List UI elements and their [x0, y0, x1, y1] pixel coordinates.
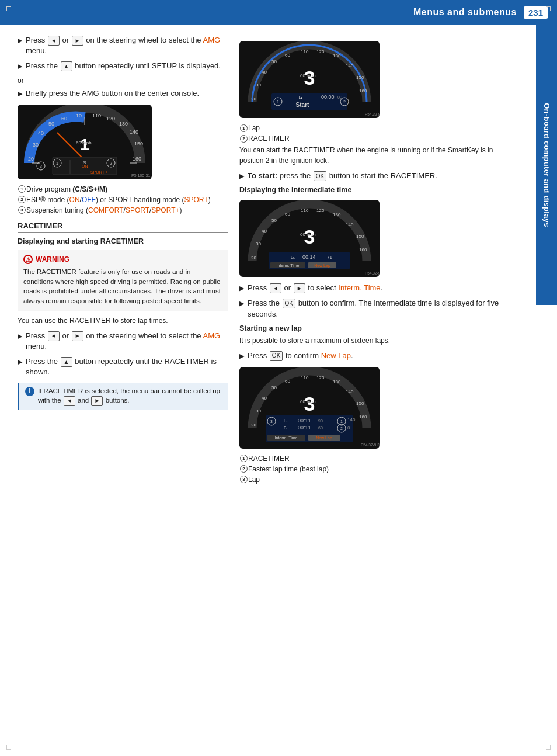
svg-text:40: 40 — [262, 228, 267, 234]
num-label-r2-2: 2 Fastest lap time (best lap) — [239, 465, 504, 473]
key-left-info: ◄ — [64, 396, 75, 406]
gauge-2: 20 30 40 50 60 110 120 130 140 150 160 3… — [239, 41, 380, 118]
svg-text:130: 130 — [119, 121, 128, 127]
svg-text:Start: Start — [296, 102, 309, 108]
bullet-arrow-4: ▶ — [18, 332, 22, 341]
svg-text:60: 60 — [61, 116, 67, 122]
subsection-heading-newlap: Starting a new lap — [239, 324, 504, 332]
warning-icon: ⚠ — [23, 255, 33, 264]
bullet-tostart-text: To start: press the OK button to start t… — [248, 171, 437, 181]
bullet-arrow-r1: ▶ — [239, 284, 244, 293]
or-line: or — [18, 77, 228, 85]
svg-text:30: 30 — [256, 82, 261, 88]
gauge-4-wrap: 20 30 40 50 60 110 120 130 140 150 160 3… — [239, 367, 504, 449]
key-right-r1: ► — [294, 283, 305, 293]
svg-text:50: 50 — [271, 385, 277, 390]
key-left-1: ◄ — [48, 36, 60, 46]
gauge-2-wrap: 20 30 40 50 60 110 120 130 140 150 160 3… — [239, 41, 504, 118]
bullet-item-1: ▶ Press ◄ or ► on the steering wheel to … — [18, 35, 228, 56]
bullet-text-r3: Press OK to confirm New Lap. — [248, 351, 353, 361]
svg-text:120: 120 — [106, 116, 115, 122]
key-ok-2: OK — [283, 299, 295, 308]
svg-text:SPORT +: SPORT + — [90, 170, 108, 174]
svg-text:120: 120 — [316, 49, 325, 54]
header-bar: Menus and submenus 231 — [0, 0, 557, 25]
svg-text:00:11: 00:11 — [298, 418, 311, 424]
svg-text:20: 20 — [251, 422, 256, 428]
num-label-r2-3: 3 Lap — [239, 476, 504, 484]
key-right-info: ► — [91, 396, 103, 406]
fn-ref-r2-1: 1 — [240, 455, 248, 462]
svg-text:60: 60 — [285, 53, 290, 58]
bullet-text-r1: Press ◄ or ► to select Interm. Time. — [248, 283, 382, 293]
svg-text:60 mph: 60 mph — [300, 232, 316, 237]
svg-text:20: 20 — [251, 255, 256, 261]
info-icon: i — [25, 387, 34, 396]
svg-text:3: 3 — [40, 164, 42, 168]
bullet-item-3: ▶ Briefly press the AMG button on the ce… — [18, 88, 228, 99]
bullet-arrow-1: ▶ — [18, 36, 22, 45]
num-circle-2: 2 — [18, 196, 26, 203]
subsection-heading-interm: Displaying the intermediate time — [239, 186, 504, 194]
svg-text:110: 110 — [92, 113, 101, 119]
svg-text:130: 130 — [333, 212, 341, 217]
svg-text:60: 60 — [318, 426, 323, 430]
svg-text:New Lap: New Lap — [316, 436, 332, 441]
num-label-r2-1: 1 RACETIMER — [239, 455, 504, 463]
corner-mark-bl — [6, 745, 11, 750]
key-left-r1: ◄ — [270, 283, 281, 293]
num-circle-1: 1 — [18, 185, 26, 193]
newlap-text: New Lap — [321, 351, 351, 360]
svg-rect-45 — [271, 93, 347, 110]
body-text-r2: It is possible to store a maximum of six… — [239, 335, 504, 346]
svg-text:20: 20 — [28, 156, 34, 162]
bullet-to-start: ▶ To start: press the OK button to start… — [239, 171, 504, 181]
svg-text:00:11: 00:11 — [298, 425, 311, 431]
key-ok-3: OK — [270, 351, 283, 361]
warning-text: The RACETIMER feature is only for use on… — [23, 268, 221, 304]
svg-text:60: 60 — [285, 379, 290, 384]
key-up-2: ▲ — [61, 357, 72, 367]
corner-mark-br — [546, 745, 551, 750]
bullet-arrow-tostart: ▶ — [239, 172, 244, 181]
svg-text:150: 150 — [134, 141, 143, 147]
num-label-r1-1: 1 Lap — [239, 124, 504, 132]
num-labels-right-1: 1 Lap 2 RACETIMER — [239, 124, 504, 143]
key-up-1: ▲ — [61, 61, 72, 71]
sidebar-label: On-board computer and displays — [536, 25, 557, 305]
num-label-2-text: ESP® mode (ON/OFF) or SPORT handling mod… — [26, 196, 211, 204]
bullet-item-4: ▶ Press ◄ or ► on the steering wheel to … — [18, 331, 228, 352]
svg-text:3: 3 — [270, 419, 273, 424]
amg-link-1: AMG — [203, 36, 221, 44]
main-content: ▶ Press ◄ or ► on the steering wheel to … — [0, 25, 557, 497]
key-right-1: ► — [72, 36, 83, 46]
svg-text:L₁: L₁ — [299, 95, 303, 99]
svg-text:60 mph: 60 mph — [76, 140, 92, 145]
svg-text:150: 150 — [356, 401, 364, 406]
num-label-3-text: Suspension tuning (COMFORT/SPORT/SPORT+) — [26, 206, 182, 214]
corner-mark-tr — [546, 6, 551, 11]
tostart-label: To start: — [248, 171, 277, 180]
sidebar-label-text: On-board computer and displays — [542, 103, 551, 227]
svg-text:160: 160 — [359, 414, 367, 419]
svg-text:Interm. Time: Interm. Time — [275, 436, 298, 440]
fn-ref-r2: 2 — [240, 135, 248, 143]
key-left-2: ◄ — [48, 331, 60, 341]
num-label-1: 1 Drive program (C/S/S+/M) — [18, 185, 228, 193]
key-ok-1: OK — [314, 171, 326, 181]
svg-text:90: 90 — [318, 419, 323, 423]
svg-text:140: 140 — [346, 389, 354, 394]
bullet-text-2: Press the ▲ button repeatedly until SETU… — [26, 61, 221, 71]
right-column: 20 30 40 50 60 110 120 130 140 150 160 3… — [239, 35, 528, 486]
bullet-text-5: Press the ▲ button repeatedly until the … — [26, 356, 228, 377]
svg-text:ON: ON — [82, 164, 88, 168]
gauge-1: 20 30 40 50 60 10 110 120 130 140 150 16… — [18, 105, 152, 179]
svg-text:40: 40 — [262, 70, 267, 75]
svg-text:140: 140 — [346, 63, 354, 68]
svg-text:00:00: 00:00 — [321, 94, 335, 100]
svg-text:0: 0 — [347, 425, 350, 431]
svg-text:10: 10 — [76, 113, 82, 119]
svg-text:L₂: L₂ — [284, 419, 288, 423]
svg-text:60 mph: 60 mph — [300, 399, 316, 404]
svg-text:P54.32-9 33-31: P54.32-9 33-31 — [361, 443, 380, 447]
